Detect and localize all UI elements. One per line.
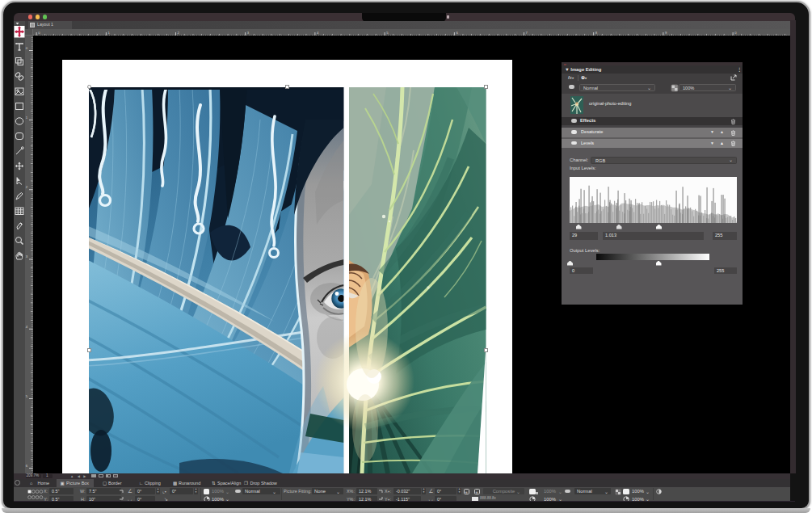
svg-text:5: 5	[26, 394, 28, 398]
svg-text:8: 8	[595, 30, 598, 34]
svg-text:1: 1	[26, 116, 28, 120]
svg-text:9: 9	[665, 30, 667, 34]
svg-text:0: 0	[26, 46, 28, 50]
svg-text:2: 2	[178, 30, 180, 34]
svg-text:0: 0	[38, 30, 40, 34]
svg-text:5: 5	[386, 30, 389, 34]
svg-text:7: 7	[526, 30, 528, 34]
svg-text:0: 0	[734, 30, 737, 34]
svg-text:1: 1	[107, 30, 110, 34]
svg-text:4: 4	[317, 30, 319, 34]
svg-text:6: 6	[456, 30, 458, 34]
svg-text:3: 3	[247, 30, 250, 34]
svg-text:3: 3	[26, 254, 28, 259]
svg-text:4: 4	[26, 325, 28, 329]
svg-text:2: 2	[26, 185, 28, 189]
svg-text:6: 6	[26, 464, 28, 468]
